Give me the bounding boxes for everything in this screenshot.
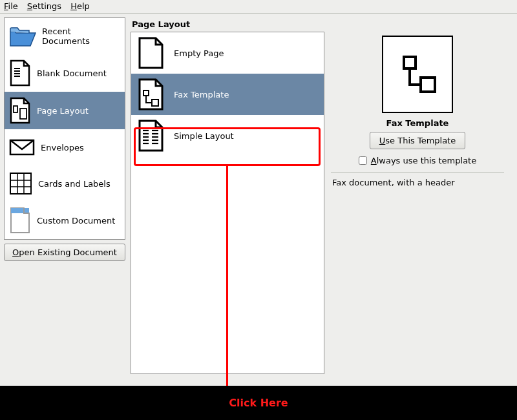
svg-rect-26 [421, 78, 435, 92]
template-preview [382, 36, 453, 113]
sidebar-item-cards-labels[interactable]: Cards and Labels [5, 165, 125, 202]
template-list: Empty Page Fax Template [131, 32, 324, 374]
always-use-label: lways use this template [377, 156, 477, 165]
section-title: Page Layout [131, 17, 513, 32]
preview-title: Fax Template [386, 118, 449, 128]
detail-panel: Fax Template Use This Template Always us… [331, 32, 504, 391]
main-area: Recent Documents Blank Document [0, 14, 517, 395]
sidebar-item-label: Cards and Labels [38, 179, 111, 189]
fax-preview-icon [395, 45, 440, 103]
open-existing-document-button[interactable]: Open Existing Document [4, 244, 125, 261]
menu-file[interactable]: File [4, 1, 18, 11]
svg-rect-7 [10, 173, 31, 194]
menu-help[interactable]: Help [70, 1, 90, 11]
template-label: Fax Template [174, 90, 229, 100]
svg-rect-25 [404, 57, 416, 68]
sidebar-item-label: Blank Document [37, 68, 107, 78]
sidebar: Recent Documents Blank Document [4, 17, 125, 391]
blank-document-icon [8, 59, 32, 87]
empty-page-icon [136, 36, 165, 70]
menubar: File Settings Help [0, 0, 517, 14]
sidebar-item-page-layout[interactable]: Page Layout [5, 92, 125, 129]
sidebar-item-label: Custom Document [37, 216, 115, 226]
content-area: Page Layout Empty Page [131, 17, 513, 391]
always-use-row: Always use this template [359, 156, 476, 165]
svg-rect-12 [11, 208, 29, 213]
annotation-caption: Click Here [229, 397, 288, 409]
use-this-template-button[interactable]: Use This Template [370, 132, 465, 149]
envelope-icon [8, 138, 36, 157]
sidebar-item-label: Recent Documents [42, 26, 121, 46]
page-layout-icon [8, 97, 32, 124]
menu-settings[interactable]: Settings [27, 1, 61, 11]
template-label: Empty Page [174, 48, 224, 58]
sidebar-item-recent-documents[interactable]: Recent Documents [5, 18, 125, 54]
sidebar-item-label: Page Layout [37, 106, 89, 116]
sidebar-item-blank-document[interactable]: Blank Document [5, 54, 125, 92]
simple-layout-icon [136, 119, 165, 152]
folder-open-icon [8, 24, 37, 48]
annotation-caption-bar: Click Here [0, 386, 517, 420]
template-item-simple-layout[interactable]: Simple Layout [131, 115, 324, 156]
divider [331, 172, 504, 173]
fax-template-icon [136, 78, 165, 111]
sidebar-item-envelopes[interactable]: Envelopes [5, 129, 125, 165]
template-label: Simple Layout [174, 131, 234, 141]
sidebar-item-custom-document[interactable]: Custom Document [5, 202, 125, 239]
template-item-empty-page[interactable]: Empty Page [131, 32, 324, 74]
category-list: Recent Documents Blank Document [4, 17, 125, 240]
always-use-checkbox[interactable] [359, 156, 367, 165]
custom-document-icon [8, 207, 32, 234]
cards-labels-icon [8, 171, 33, 196]
sidebar-item-label: Envelopes [41, 143, 84, 152]
template-description: Fax document, with a header [331, 178, 455, 187]
template-item-fax-template[interactable]: Fax Template [131, 74, 324, 115]
